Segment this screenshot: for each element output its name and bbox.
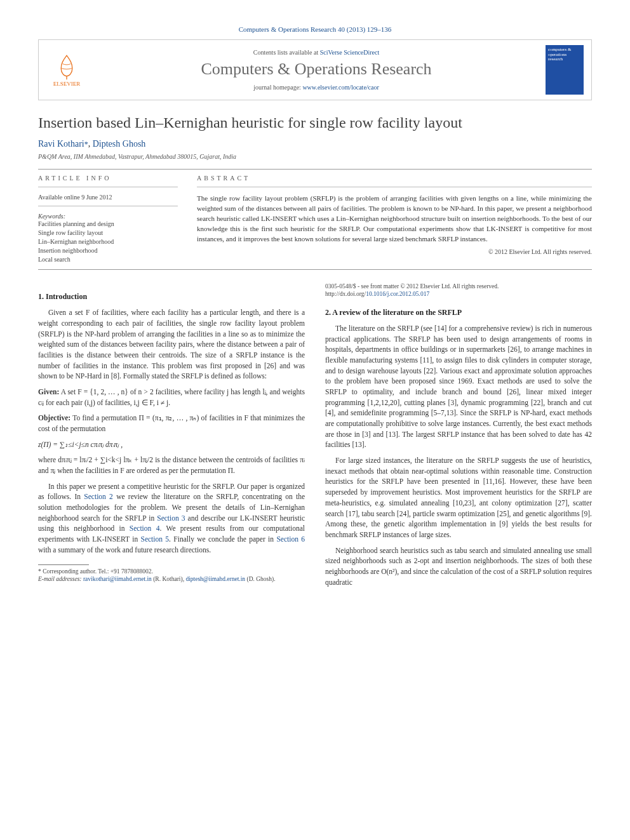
email-addresses: E-mail addresses: ravikothari@iimahd.ern… xyxy=(38,575,305,583)
citation-link[interactable]: Computers & Operations Research 40 (2013… xyxy=(239,25,392,33)
keyword: Facilities planning and design xyxy=(38,220,178,229)
section-1-heading: 1. Introduction xyxy=(38,291,305,302)
abstract-heading: ABSTRACT xyxy=(197,175,592,182)
author-1-link[interactable]: Ravi Kothari xyxy=(38,139,84,149)
doi-link[interactable]: 10.1016/j.cor.2012.05.017 xyxy=(366,291,429,297)
keyword: Lin–Kernighan neighborhood xyxy=(38,237,178,246)
intro-p2: In this paper we present a competitive h… xyxy=(38,481,305,556)
keyword: Single row facility layout xyxy=(38,229,178,237)
keyword: Insertion neighborhood xyxy=(38,246,178,255)
link-section-2[interactable]: Section 2 xyxy=(84,493,113,500)
given-block: Given: A set F = {1, 2, … , n} of n > 2 … xyxy=(38,387,305,408)
elsevier-tree-icon xyxy=(53,53,81,81)
article-info-heading: ARTICLE INFO xyxy=(38,175,178,182)
objective-block: Objective: To find a permutation Π = (π₁… xyxy=(38,413,305,434)
link-section-5[interactable]: Section 5 xyxy=(140,535,169,543)
keywords-heading: Keywords: xyxy=(38,213,178,220)
email-1-link[interactable]: ravikothari@iimahd.ernet.in xyxy=(83,576,152,582)
sec2-p3: Neighborhood search heuristics such as t… xyxy=(325,545,592,588)
keyword: Local search xyxy=(38,255,178,264)
intro-p1: Given a set F of facilities, where each … xyxy=(38,307,305,382)
cost-formula: z(Π) = ∑₁≤i<j≤n cπᵢπⱼ dπᵢπⱼ , xyxy=(38,439,305,450)
contents-available: Contents lists available at SciVerse Sci… xyxy=(95,49,538,56)
article-title: Insertion based Lin–Kernighan heuristic … xyxy=(38,114,592,131)
journal-banner: ELSEVIER Contents lists available at Sci… xyxy=(38,39,592,100)
link-section-3[interactable]: Section 3 xyxy=(157,514,185,522)
homepage-link[interactable]: www.elsevier.com/locate/caor xyxy=(302,84,379,91)
journal-homepage: journal homepage: www.elsevier.com/locat… xyxy=(95,84,538,91)
abstract-text: The single row facility layout problem (… xyxy=(197,194,592,244)
journal-name: Computers & Operations Research xyxy=(95,60,538,79)
corresponding-author-note: * Corresponding author. Tel.: +91 787808… xyxy=(38,568,305,575)
affiliation: P&QM Area, IIM Ahmedabad, Vastrapur, Ahm… xyxy=(38,153,592,160)
email-2-link[interactable]: diptesh@iimahd.ernet.in xyxy=(185,576,245,582)
section-2-heading: 2. A review of the literature on the SRF… xyxy=(325,307,592,318)
header-citation: Computers & Operations Research 40 (2013… xyxy=(38,25,592,33)
article-body: 1. Introduction Given a set F of facilit… xyxy=(38,283,592,590)
link-section-6[interactable]: Section 6 xyxy=(276,535,305,543)
front-matter-note: 0305-0548/$ - see front matter © 2012 El… xyxy=(325,283,592,290)
authors: Ravi Kothari*, Diptesh Ghosh xyxy=(38,139,592,149)
article-history: Available online 9 June 2012 xyxy=(38,194,178,201)
author-2-link[interactable]: Diptesh Ghosh xyxy=(93,139,146,149)
sciencedirect-link[interactable]: SciVerse ScienceDirect xyxy=(320,49,380,56)
sec2-p1: The literature on the SRFLP (see [14] fo… xyxy=(325,323,592,450)
journal-cover-thumbnail: computers & operations research xyxy=(546,45,584,95)
publisher-logo: ELSEVIER xyxy=(46,47,87,93)
doi-line: http://dx.doi.org/10.1016/j.cor.2012.05.… xyxy=(325,290,592,298)
abstract-copyright: © 2012 Elsevier Ltd. All rights reserved… xyxy=(197,248,592,255)
sec2-p2: For large sized instances, the literatur… xyxy=(325,455,592,540)
link-section-4[interactable]: Section 4 xyxy=(130,524,160,532)
where-clause: where dπᵢπⱼ = lπᵢ/2 + ∑i<k<j lπₖ + lπⱼ/2… xyxy=(38,455,305,476)
publisher-name: ELSEVIER xyxy=(53,81,81,87)
